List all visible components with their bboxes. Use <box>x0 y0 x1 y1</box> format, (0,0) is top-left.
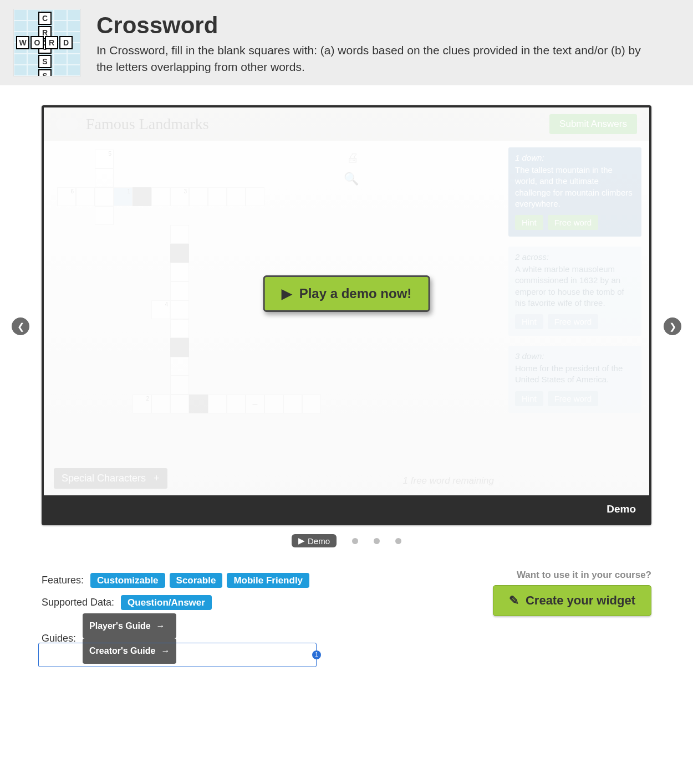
play-demo-button[interactable]: ▶ Play a demo now! <box>263 275 430 312</box>
feature-tag: Mobile Friendly <box>227 573 309 588</box>
demo-frame: Famous Landmarks Submit Answers 🖨 🔍 Spec… <box>42 105 651 525</box>
page-description: In Crossword, fill in the blank squares … <box>96 42 643 76</box>
create-widget-button[interactable]: ✎ Create your widget <box>493 585 651 616</box>
supported-data-label: Supported Data: <box>42 592 114 614</box>
carousel-demo-chip[interactable]: ▶Demo <box>292 534 337 547</box>
arrow-right-icon: → <box>156 616 165 636</box>
guide-link[interactable]: Player's Guide → <box>83 613 176 638</box>
supported-data-row: Supported Data: Question/Answer <box>42 592 314 614</box>
carousel-dot[interactable] <box>374 538 380 544</box>
feature-tag: Customizable <box>90 573 165 588</box>
carousel-dot[interactable] <box>395 538 401 544</box>
guide-link[interactable]: Creator's Guide → <box>83 638 176 663</box>
features-label: Features: <box>42 570 84 592</box>
demo-caption: Demo <box>44 495 649 523</box>
pencil-icon: ✎ <box>509 593 519 608</box>
demo-stage: ❮ ❯ Famous Landmarks Submit Answers 🖨 🔍 … <box>42 105 651 547</box>
carousel-dot[interactable] <box>352 538 358 544</box>
play-icon: ▶ <box>282 286 292 301</box>
feature-tag: Scorable <box>170 573 223 588</box>
page-header: CROSS WORD Crossword In Crossword, fill … <box>0 0 693 85</box>
features-row: Features: CustomizableScorableMobile Fri… <box>42 570 314 592</box>
guides-row: Guides: Player's Guide →Creator's Guide … <box>42 613 314 663</box>
meta-section: Features: CustomizableScorableMobile Fri… <box>42 570 651 664</box>
play-icon: ▶ <box>298 536 305 546</box>
next-arrow[interactable]: ❯ <box>664 317 681 335</box>
page-title: Crossword <box>96 12 643 39</box>
prev-arrow[interactable]: ❮ <box>12 317 29 335</box>
guides-label: Guides: <box>42 628 76 650</box>
cta-question: Want to use it in your course? <box>493 570 651 581</box>
data-tag: Question/Answer <box>121 595 212 610</box>
carousel-dots: ▶Demo <box>42 534 651 547</box>
arrow-right-icon: → <box>161 641 170 660</box>
crossword-logo: CROSS WORD <box>13 9 81 76</box>
